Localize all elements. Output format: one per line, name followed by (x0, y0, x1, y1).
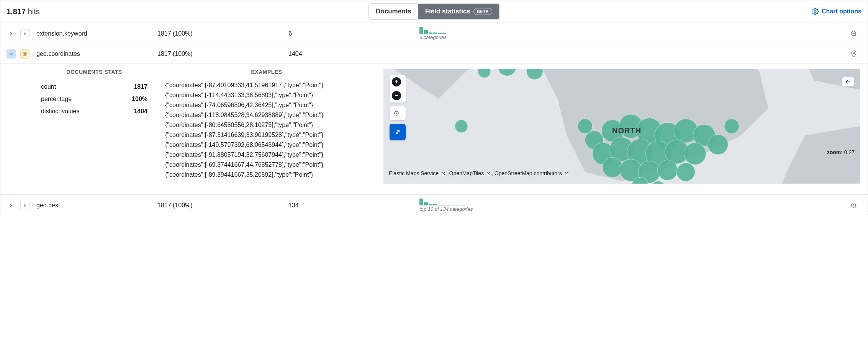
svg-point-0 (814, 11, 816, 13)
field-detail-panel: DOCUMENTS STATS count1817 percentage100%… (0, 63, 868, 194)
example-value: {"coordinates":[-118.0845528,34.62938889… (165, 110, 368, 120)
view-tabs: Documents Field statistics BETA (368, 3, 500, 20)
distinct-count: 134 (288, 202, 415, 209)
example-value: {"coordinates":[-87.31416639,33.90199528… (165, 130, 368, 140)
open-in-lens-icon[interactable] (850, 202, 858, 209)
header-bar: 1,817 hits Documents Field statistics BE… (0, 0, 868, 23)
documents-count: 1817 (100%) (157, 30, 284, 37)
svg-point-17 (455, 120, 468, 132)
examples: EXAMPLES {"coordinates":[-87.40109333,41… (165, 69, 368, 184)
external-link-icon[interactable] (564, 170, 569, 178)
open-in-lens-icon[interactable] (850, 30, 858, 37)
zoom-in-button[interactable]: + (392, 77, 401, 86)
field-type-geo-icon (20, 49, 29, 59)
example-value: {"coordinates":[-114.4433133,36.56803],"… (165, 90, 368, 100)
svg-point-39 (724, 119, 739, 134)
expand-toggle[interactable] (7, 201, 16, 210)
expand-map-button[interactable] (390, 124, 406, 140)
example-value: {"coordinates":[-80.64580556,28.10275],"… (165, 120, 368, 130)
layers-toggle[interactable] (842, 77, 854, 86)
map-preview[interactable]: NORTH + − (383, 69, 860, 184)
chart-options-button[interactable]: Chart options (812, 8, 861, 15)
example-value: {"coordinates":[-69.37441667,44.76852778… (165, 160, 368, 170)
documents-count: 1817 (100%) (157, 202, 284, 209)
documents-count: 1817 (100%) (157, 50, 284, 57)
distinct-count: 1404 (288, 50, 415, 57)
example-value: {"coordinates":[-149.5797392,68.06543944… (165, 140, 368, 150)
field-name: extension.keyword (34, 30, 153, 37)
field-name: geo.coordinates (34, 50, 153, 57)
external-link-icon[interactable] (486, 170, 491, 178)
zoom-indicator: zoom: 0.27 (827, 149, 855, 155)
zoom-control: + − (390, 75, 406, 103)
example-value: {"coordinates":[-91.88057194,32.75607944… (165, 150, 368, 160)
field-statistics-panel: 1,817 hits Documents Field statistics BE… (0, 0, 868, 216)
svg-point-3 (853, 52, 855, 54)
zoom-out-button[interactable]: − (392, 91, 401, 100)
documents-stats: DOCUMENTS STATS count1817 percentage100%… (39, 69, 150, 184)
svg-point-44 (396, 113, 397, 114)
field-row-geo-dest: k geo.dest 1817 (100%) 134 top 10 of 134… (0, 194, 868, 216)
field-type-keyword-icon: k (20, 201, 29, 210)
field-row-geo-coordinates: geo.coordinates 1817 (100%) 1404 (0, 44, 868, 63)
example-value: {"coordinates":[-89.39441667,35.20592],"… (165, 170, 368, 180)
beta-badge: BETA (473, 8, 492, 15)
external-link-icon[interactable] (441, 170, 445, 178)
gear-icon (812, 8, 819, 15)
field-type-keyword-icon: k (20, 29, 29, 38)
example-value: {"coordinates":[-74.06596806,42.36425],"… (165, 100, 368, 110)
map-controls: + − (390, 75, 406, 140)
map-attribution: Elastic Maps Service , OpenMapTiles , Op… (389, 169, 855, 178)
hit-count: 1,817 hits (7, 7, 40, 16)
expand-toggle[interactable] (7, 29, 16, 38)
svg-point-25 (708, 135, 728, 155)
fit-data-button[interactable] (390, 106, 403, 120)
distribution-viz: 6 categories (419, 27, 842, 40)
distribution-viz: top 10 of 134 categories (419, 199, 842, 212)
svg-point-40 (578, 119, 592, 134)
distinct-count: 6 (288, 30, 415, 37)
tab-field-statistics[interactable]: Field statistics BETA (418, 4, 499, 19)
expand-toggle[interactable] (7, 49, 16, 59)
map-continent-label: NORTH (612, 126, 641, 135)
field-name: geo.dest (34, 202, 153, 209)
example-value: {"coordinates":[-87.40109333,41.51961917… (165, 80, 368, 90)
field-row-extension-keyword: k extension.keyword 1817 (100%) 6 6 cate… (0, 23, 868, 44)
tab-documents[interactable]: Documents (369, 4, 418, 19)
svg-point-31 (684, 143, 706, 164)
geo-point-icon[interactable] (850, 50, 858, 58)
